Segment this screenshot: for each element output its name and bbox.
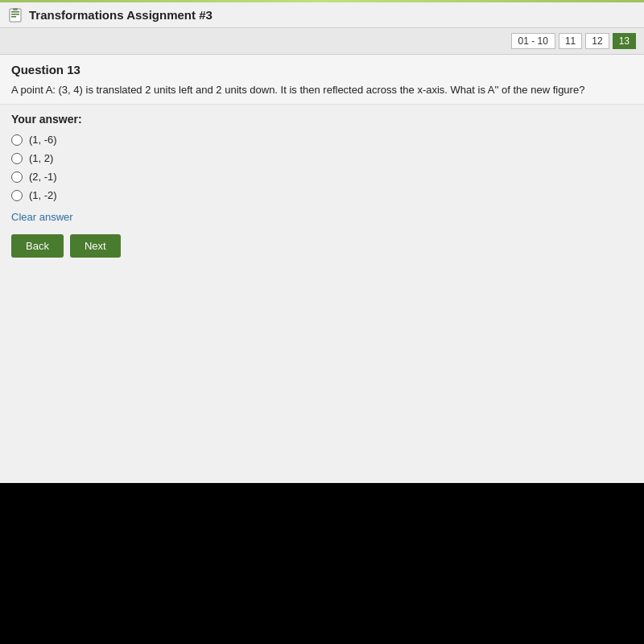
- radio-circle-1: [11, 134, 23, 146]
- clear-answer-link[interactable]: Clear answer: [11, 211, 73, 223]
- page-title: Transformations Assignment #3: [29, 8, 213, 22]
- page-11-button[interactable]: 11: [559, 33, 582, 49]
- page-12-button[interactable]: 12: [585, 33, 609, 49]
- your-answer-label: Your answer:: [11, 113, 633, 126]
- option-text-2: (1, 2): [29, 152, 53, 164]
- radio-circle-2: [11, 153, 23, 164]
- bottom-black-area: [0, 483, 644, 644]
- svg-rect-3: [11, 16, 16, 18]
- question-text: A point A: (3, 4) is translated 2 units …: [11, 83, 633, 97]
- back-button[interactable]: Back: [11, 234, 64, 258]
- option-text-3: (2, -1): [29, 171, 57, 183]
- page-13-button[interactable]: 13: [613, 33, 636, 49]
- next-button[interactable]: Next: [70, 234, 121, 258]
- svg-rect-1: [11, 11, 19, 13]
- radio-circle-4: [11, 190, 23, 201]
- app-container: Transformations Assignment #3 01 - 10 11…: [0, 0, 644, 644]
- assignment-icon: [8, 8, 23, 23]
- question-number: Question 13: [11, 63, 633, 76]
- svg-rect-2: [11, 14, 19, 15]
- title-bar: Transformations Assignment #3: [0, 2, 644, 28]
- question-section: Question 13 A point A: (3, 4) is transla…: [0, 55, 644, 105]
- svg-rect-0: [10, 9, 21, 22]
- button-row: Back Next: [11, 234, 633, 258]
- radio-circle-3: [11, 171, 23, 183]
- main-content: 01 - 10 11 12 13 Question 13 A point A: …: [0, 28, 644, 483]
- option-text-4: (1, -2): [29, 189, 57, 201]
- radio-option-3[interactable]: (2, -1): [11, 171, 633, 183]
- svg-rect-4: [13, 8, 18, 10]
- radio-option-1[interactable]: (1, -6): [11, 134, 633, 146]
- page-range-button[interactable]: 01 - 10: [511, 33, 555, 49]
- pagination-bar: 01 - 10 11 12 13: [0, 28, 644, 55]
- radio-option-4[interactable]: (1, -2): [11, 189, 633, 201]
- option-text-1: (1, -6): [29, 134, 57, 146]
- radio-option-2[interactable]: (1, 2): [11, 152, 633, 164]
- answer-section: Your answer: (1, -6) (1, 2) (2, -1) (1, …: [0, 105, 644, 483]
